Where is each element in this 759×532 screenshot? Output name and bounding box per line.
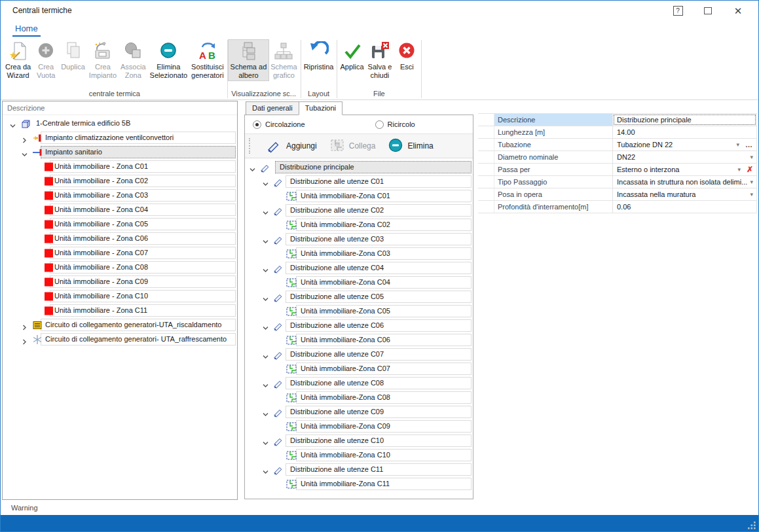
tree-item-label[interactable]: Unità immobiliare - Zona C01 bbox=[50, 160, 236, 173]
chevron-down-icon[interactable] bbox=[262, 294, 269, 301]
tree-item-label[interactable]: Unità immobiliare-Zona C06 bbox=[296, 334, 472, 346]
chevron-right-icon[interactable] bbox=[21, 135, 28, 142]
schema-ad-albero-button[interactable]: Schema ad albero bbox=[229, 40, 269, 80]
tree-item-label[interactable]: Unità immobiliare-Zona C05 bbox=[296, 305, 472, 317]
tree-item-label[interactable]: Distribuzione alle utenze C02 bbox=[286, 204, 472, 217]
associa-zona-button[interactable]: Associa Zona bbox=[119, 40, 148, 80]
chevron-down-icon[interactable] bbox=[262, 236, 269, 243]
chevron-down-icon[interactable] bbox=[262, 265, 269, 272]
tree-item-label[interactable]: Unità immobiliare - Zona C10 bbox=[50, 290, 236, 302]
tab-tubazioni[interactable]: Tubazioni bbox=[299, 101, 342, 115]
radio-circolazione[interactable]: Circolazione bbox=[253, 120, 305, 129]
help-button[interactable]: ? bbox=[663, 1, 693, 20]
tree-item-label[interactable]: Distribuzione alle utenze C09 bbox=[286, 406, 472, 418]
elimina-button[interactable]: Elimina bbox=[388, 138, 433, 154]
property-value[interactable]: DN22▾ bbox=[613, 151, 756, 163]
chevron-down-icon[interactable] bbox=[21, 149, 28, 156]
tree-item-label[interactable]: Distribuzione alle utenze C06 bbox=[286, 319, 472, 332]
ripristina-button[interactable]: Ripristina bbox=[302, 40, 336, 72]
tree-item-label[interactable]: Unità immobiliare - Zona C11 bbox=[50, 304, 236, 317]
pipe-icon bbox=[273, 436, 284, 446]
ellipsis-button[interactable]: … bbox=[745, 141, 753, 149]
chevron-down-icon[interactable] bbox=[262, 380, 269, 387]
tree-item-label[interactable]: Unità immobiliare-Zona C02 bbox=[296, 219, 472, 231]
tree-item-label[interactable]: Unità immobiliare - Zona C06 bbox=[50, 232, 236, 245]
tree-item-label[interactable]: Unità immobiliare - Zona C03 bbox=[50, 189, 236, 202]
tree-item-label[interactable]: Unità immobiliare-Zona C03 bbox=[296, 247, 472, 260]
esci-button[interactable]: Esci bbox=[394, 40, 420, 72]
tree-item-label[interactable]: Unità immobiliare-Zona C10 bbox=[296, 449, 472, 461]
tree-item-label[interactable]: Distribuzione alle utenze C05 bbox=[286, 291, 472, 303]
chevron-down-icon[interactable] bbox=[262, 207, 269, 215]
radio-ricircolo[interactable]: Ricircolo bbox=[375, 120, 415, 129]
tree-item-label[interactable]: Distribuzione alle utenze C11 bbox=[286, 463, 472, 476]
tree-item-label[interactable]: Unità immobiliare - Zona C09 bbox=[50, 275, 236, 288]
tree-item-label[interactable]: Unità immobiliare - Zona C02 bbox=[50, 175, 236, 187]
chevron-down-icon[interactable] bbox=[262, 323, 269, 330]
tree-item-label[interactable]: Unità immobiliare-Zona C08 bbox=[296, 391, 472, 404]
tree-item-label[interactable]: Unità immobiliare - Zona C05 bbox=[50, 218, 236, 230]
property-value[interactable]: Incassata in struttura non isolata delim… bbox=[613, 176, 756, 188]
schema-grafico-button[interactable]: Schema grafico bbox=[268, 40, 299, 80]
tree-item-label[interactable]: Distribuzione alle utenze C01 bbox=[286, 175, 472, 188]
tab-home[interactable]: Home bbox=[12, 22, 41, 37]
dropdown-arrow-icon[interactable]: ▾ bbox=[736, 141, 739, 148]
property-value[interactable]: Incassata nella muratura▾ bbox=[613, 188, 756, 200]
tree-item-label[interactable]: Unità immobiliare - Zona C08 bbox=[50, 261, 236, 274]
chevron-down-icon[interactable] bbox=[262, 438, 269, 445]
chevron-down-icon[interactable] bbox=[262, 467, 269, 474]
tree-item-label[interactable]: Unità immobiliare-Zona C11 bbox=[296, 478, 472, 490]
tree-item-label[interactable]: Impianto climatizzazione ventilconvettor… bbox=[41, 132, 236, 144]
property-value[interactable]: Tubazione DN 22▾… bbox=[613, 139, 756, 151]
sostituisci-generatori-button[interactable]: AB Sostituisci generatori bbox=[189, 40, 226, 80]
tree-item-label[interactable]: Distribuzione alle utenze C10 bbox=[286, 434, 472, 447]
dropdown-arrow-icon[interactable]: ▾ bbox=[750, 154, 753, 160]
tab-dati-generali[interactable]: Dati generali bbox=[246, 101, 299, 115]
tree-item-label[interactable]: Circuito di collegamento generatori-UTA_… bbox=[41, 319, 236, 331]
salva-e-chiudi-button[interactable]: Salva e chiudi bbox=[366, 40, 394, 80]
chevron-right-icon[interactable] bbox=[21, 322, 28, 329]
chevron-right-icon[interactable] bbox=[21, 336, 28, 344]
tree-item-label[interactable]: Unità immobiliare-Zona C09 bbox=[296, 420, 472, 433]
chevron-down-icon[interactable] bbox=[9, 120, 16, 128]
property-value[interactable]: Esterno o interzona▾✗ bbox=[613, 164, 756, 175]
crea-impianto-button[interactable]: Crea Impianto bbox=[87, 40, 119, 80]
tree-item-label[interactable]: Impianto sanitario bbox=[41, 146, 236, 158]
tree-item-label[interactable]: Unità immobiliare-Zona C07 bbox=[296, 363, 472, 375]
property-value[interactable]: 0.06 bbox=[613, 201, 756, 213]
property-value[interactable]: Distribuzione principale bbox=[613, 114, 756, 126]
dropdown-arrow-icon[interactable]: ▾ bbox=[750, 191, 753, 198]
toolbar-grip[interactable] bbox=[249, 138, 251, 154]
tree-item-label[interactable]: Unità immobiliare-Zona C04 bbox=[296, 276, 472, 289]
crea-vuota-button[interactable]: Crea Vuota bbox=[33, 40, 59, 80]
dropdown-arrow-icon[interactable]: ▾ bbox=[737, 166, 741, 173]
tree-item-label[interactable]: Distribuzione alle utenze C07 bbox=[286, 348, 472, 361]
chevron-down-icon[interactable] bbox=[262, 409, 269, 416]
tree-item-label[interactable]: Distribuzione alle utenze C04 bbox=[286, 262, 472, 274]
maximize-button[interactable] bbox=[693, 1, 723, 20]
chevron-down-icon[interactable] bbox=[262, 351, 269, 359]
tree-item-label[interactable]: Unità immobiliare - Zona C07 bbox=[50, 247, 236, 259]
tree-item-label[interactable]: Unità immobiliare - Zona C04 bbox=[50, 204, 236, 216]
chevron-down-icon[interactable] bbox=[249, 164, 256, 171]
tree-item-label[interactable]: Distribuzione alle utenze C08 bbox=[286, 377, 472, 389]
tree-item-label[interactable]: Distribuzione principale bbox=[275, 161, 472, 173]
crea-da-wizard-button[interactable]: ★ Crea da Wizard bbox=[3, 40, 33, 80]
resize-grip-icon[interactable] bbox=[747, 520, 756, 529]
dropdown-arrow-icon[interactable]: ▾ bbox=[750, 179, 753, 185]
collega-button[interactable]: Collega bbox=[330, 138, 376, 154]
chevron-down-icon[interactable] bbox=[262, 179, 269, 186]
aggiungi-button[interactable]: Aggiungi bbox=[266, 137, 317, 155]
applica-button[interactable]: Applica bbox=[338, 40, 365, 72]
pipe-icon bbox=[273, 292, 284, 302]
elimina-selezionato-button[interactable]: Elimina Selezionato bbox=[148, 40, 190, 80]
remove-icon[interactable]: ✗ bbox=[747, 165, 753, 174]
property-value[interactable]: 14.00 bbox=[613, 126, 756, 138]
tree-item-label[interactable]: Distribuzione alle utenze C03 bbox=[286, 233, 472, 245]
duplica-button[interactable]: Duplica bbox=[59, 40, 87, 72]
tree-item-label[interactable]: 1-Centrale termica edificio 5B bbox=[31, 117, 236, 130]
tree-item-label[interactable]: Circuito di collegamento generatori- UTA… bbox=[41, 333, 236, 346]
tree-item-label[interactable]: Unità immobiliare-Zona C01 bbox=[296, 190, 472, 202]
close-button[interactable]: ✕ bbox=[723, 1, 753, 20]
property-gutter bbox=[478, 188, 494, 200]
